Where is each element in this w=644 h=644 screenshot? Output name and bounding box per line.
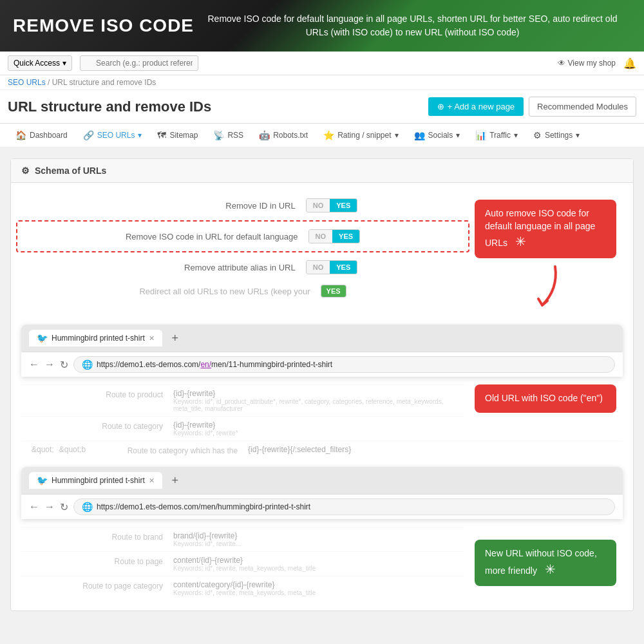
breadcrumb-seo-urls[interactable]: SEO URLs — [8, 78, 46, 87]
chevron-down-icon: ▾ — [62, 59, 66, 68]
callout-auto-remove: Auto remove ISO code for default languag… — [475, 200, 616, 258]
subnav-item-traffic[interactable]: 📊 Traffic ▾ — [468, 124, 526, 148]
tab-close-1[interactable]: ✕ — [149, 334, 155, 343]
search-wrapper: 🔍 — [80, 55, 260, 71]
recommended-modules-button[interactable]: Recommended Modules — [529, 97, 636, 117]
browser-tab-bar-1: 🐦 Hummingbird printed t-shirt ✕ + — [21, 325, 623, 352]
subnav-item-socials[interactable]: 👥 Socials ▾ — [406, 124, 468, 148]
route-product-keywords: Keywords: id*, id_product_attribute*, re… — [173, 398, 464, 412]
chevron-socials-icon: ▾ — [456, 131, 460, 140]
subnav-item-settings[interactable]: ⚙ Settings ▾ — [526, 124, 587, 148]
address-bar-1[interactable]: 🌐 https://demo1.ets-demos.com/en/men/11-… — [73, 356, 615, 373]
remove-iso-no[interactable]: NO — [309, 230, 333, 243]
remove-id-yes[interactable]: YES — [330, 199, 357, 212]
browser-toolbar-1: ← → ↻ 🌐 https://demo1.ets-demos.com/en/m… — [21, 352, 623, 377]
top-nav-right: 👁 View my shop 🔔 — [558, 57, 636, 70]
callout-new-url-text: New URL without ISO code, more friendly — [485, 548, 597, 576]
banner-title: REMOVE ISO CODE — [13, 15, 194, 36]
rating-icon: ⭐ — [323, 130, 334, 140]
subnav-rating-label: Rating / snippet — [337, 131, 391, 140]
subnav-item-dashboard[interactable]: 🏠 Dashboard — [8, 124, 75, 148]
redirect-toggle[interactable]: YES — [321, 285, 346, 298]
quote-label-2: &quot;b — [59, 445, 86, 454]
remove-alias-label: Remove attribute alias in URL — [128, 263, 296, 272]
remove-alias-yes[interactable]: YES — [330, 261, 357, 274]
remove-iso-toggle[interactable]: NO YES — [308, 229, 361, 243]
tab-favicon-1: 🐦 — [37, 333, 48, 343]
schema-title: Schema of URLs — [35, 166, 106, 176]
route-product-value: {id}-{rewrite} — [173, 389, 464, 398]
redirect-yes: YES — [321, 285, 346, 297]
remove-id-no[interactable]: NO — [307, 199, 330, 212]
remove-alias-no[interactable]: NO — [307, 261, 330, 274]
sparkle-green-icon: ✳ — [545, 562, 556, 576]
subnav-settings-label: Settings — [545, 131, 573, 140]
subnav-item-robots[interactable]: 🤖 Robots.txt — [251, 124, 316, 148]
subnav-robots-label: Robots.txt — [273, 131, 308, 140]
new-tab-button-1[interactable]: + — [167, 330, 183, 346]
remove-iso-yes[interactable]: YES — [332, 230, 359, 243]
route-category-keywords: Keywords: id*, rewrite* — [173, 430, 238, 437]
chevron-traffic-icon: ▾ — [514, 131, 518, 140]
address-bar-2[interactable]: 🌐 https://demo1.ets-demos.com/men/hummin… — [73, 498, 615, 515]
route-brand-keywords: Keywords: id*, rewrite... — [173, 540, 241, 547]
remove-id-toggle[interactable]: NO YES — [306, 198, 358, 213]
sparkle-icon: ✳ — [515, 234, 526, 249]
sitemap-icon: 🗺 — [157, 130, 166, 140]
browser-back-1[interactable]: ← — [29, 359, 39, 370]
route-category-value: {id}-{rewrite} — [173, 421, 238, 430]
remove-id-row: Remove ID in URL NO YES — [21, 193, 464, 218]
browser-tab-1: 🐦 Hummingbird printed t-shirt ✕ — [29, 330, 162, 346]
search-input[interactable] — [80, 55, 198, 71]
browser-toolbar-2: ← → ↻ 🌐 https://demo1.ets-demos.com/men/… — [21, 494, 623, 519]
url-route-page: Route to page content/{id}-{rewrite} Key… — [21, 551, 464, 576]
subnav-traffic-label: Traffic — [489, 131, 511, 140]
tab-close-2[interactable]: ✕ — [149, 477, 155, 485]
callout-old-url: Old URL with ISO code ("en") — [475, 384, 616, 413]
callout-old-url-text: Old URL with ISO code ("en") — [485, 393, 603, 403]
quote-label-1: &quot; — [32, 445, 54, 454]
route-page-cat-value: content/category/{id}-{rewrite} — [173, 580, 316, 589]
route-page-keywords: Keywords: id*, rewrite, meta_keywords, m… — [173, 565, 316, 572]
browser-back-2[interactable]: ← — [29, 501, 39, 513]
remove-alias-toggle[interactable]: NO YES — [306, 260, 358, 274]
remove-id-label: Remove ID in URL — [128, 201, 296, 211]
browser-mockup-2: 🐦 Hummingbird printed t-shirt ✕ + ← → ↻ … — [21, 467, 623, 519]
rss-icon: 📡 — [213, 130, 224, 140]
add-page-button[interactable]: ⊕ + Add a new page — [428, 97, 524, 116]
subnav-item-seo-urls[interactable]: 🔗 SEO URLs ▾ — [75, 124, 150, 148]
notification-bell-icon[interactable]: 🔔 — [623, 57, 636, 70]
dashboard-icon: 🏠 — [15, 130, 26, 140]
subnav-item-rating[interactable]: ⭐ Rating / snippet ▾ — [316, 124, 406, 148]
seo-urls-icon: 🔗 — [83, 130, 94, 140]
schema-header: ⚙ Schema of URLs — [11, 159, 633, 183]
subnav-item-sitemap[interactable]: 🗺 Sitemap — [149, 124, 205, 148]
recommended-modules-label: Recommended Modules — [537, 102, 628, 111]
breadcrumb-separator: / — [48, 78, 52, 87]
url-routes-lower: Route to brand brand/{id}-{rewrite} Keyw… — [21, 527, 464, 600]
eye-icon: 👁 — [558, 59, 565, 68]
subnav-dashboard-label: Dashboard — [30, 131, 68, 140]
route-page-cat-keywords: Keywords: id*, rewrite, meta_keywords, m… — [173, 589, 316, 596]
subnav-item-rss[interactable]: 📡 RSS — [205, 124, 251, 148]
route-brand-value: brand/{id}-{rewrite} — [173, 531, 241, 540]
top-nav: Quick Access ▾ 🔍 👁 View my shop 🔔 — [0, 52, 644, 75]
subnav-seo-label: SEO URLs — [97, 131, 135, 140]
browser-refresh-1[interactable]: ↻ — [60, 359, 68, 371]
banner-description: Remove ISO code for default language in … — [194, 12, 631, 39]
quick-access-button[interactable]: Quick Access ▾ — [8, 55, 72, 71]
add-page-label: + Add a new page — [448, 102, 515, 111]
route-cat-filter-label: Route to category which has the — [96, 445, 238, 455]
tab-title-1: Hummingbird printed t-shirt — [52, 334, 145, 343]
browser-forward-2[interactable]: → — [44, 501, 55, 513]
schema-body: Remove ID in URL NO YES Remove ISO code … — [11, 183, 633, 611]
redirect-label: Redirect all old URLs to new URLs (keep … — [139, 287, 310, 296]
route-page-cat-label: Route to page category — [21, 580, 163, 591]
browser-forward-1[interactable]: → — [44, 359, 55, 370]
new-tab-button-2[interactable]: + — [167, 473, 183, 488]
route-page-value: content/{id}-{rewrite} — [173, 556, 316, 565]
browser-refresh-2[interactable]: ↻ — [60, 501, 68, 513]
remove-iso-label: Remove ISO code in URL for default langu… — [126, 232, 298, 242]
tab-favicon-2: 🐦 — [37, 475, 48, 486]
view-shop-link[interactable]: 👁 View my shop — [558, 59, 616, 68]
